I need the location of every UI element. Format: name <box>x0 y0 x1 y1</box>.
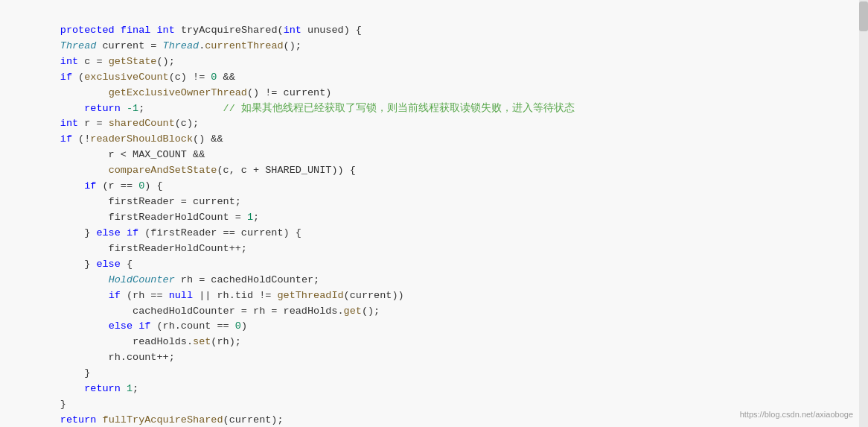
code-line-5: getExclusiveOwnerThread() != current) <box>12 87 331 98</box>
code-line-19: cachedHoldCounter = rh = readHolds.get()… <box>12 306 380 317</box>
code-line-20: else if (rh.count == 0) <box>12 320 247 332</box>
code-container: protected final int tryAcquireShared(int… <box>0 0 868 427</box>
code-line-18: if (rh == null || rh.tid != getThreadId(… <box>12 290 404 301</box>
code-line-21: readHolds.set(rh); <box>12 336 241 347</box>
code-line-26: return fullTryAcquireShared(current); <box>12 414 284 426</box>
code-line-16: } else { <box>12 259 133 270</box>
code-line-24: return 1; <box>12 383 138 394</box>
code-line-7: int r = sharedCount(c); <box>12 118 199 129</box>
code-line-4: if (exclusiveCount(c) != 0 && <box>12 72 235 83</box>
code-line-2: Thread current = Thread.currentThread(); <box>12 40 301 51</box>
code-line-10: compareAndSetState(c, c + SHARED_UNIT)) … <box>12 165 356 176</box>
code-line-6: return -1; // 如果其他线程已经获取了写锁，则当前线程获取读锁失败，… <box>12 103 575 114</box>
code-line-14: } else if (firstReader == current) { <box>12 227 301 238</box>
code-line-9: r < MAX_COUNT && <box>12 149 205 160</box>
code-line-12: firstReader = current; <box>12 196 241 207</box>
code-line-25: } <box>12 399 66 410</box>
watermark: https://blog.csdn.net/axiaoboge <box>740 408 853 421</box>
code-line-1: protected final int tryAcquireShared(int… <box>36 25 362 36</box>
code-line-8: if (!readerShouldBlock() && <box>12 133 223 145</box>
code-line-23: } <box>12 367 90 379</box>
code-line-22: rh.count++; <box>12 352 175 363</box>
code-line-15: firstReaderHoldCount++; <box>12 243 247 254</box>
code-line-17: HoldCounter rh = cachedHoldCounter; <box>12 274 319 285</box>
code-line-13: firstReaderHoldCount = 1; <box>12 212 259 223</box>
scrollbar[interactable] <box>859 0 868 427</box>
code-line-3: int c = getState(); <box>12 56 175 67</box>
code-line-11: if (r == 0) { <box>12 180 163 192</box>
scrollbar-thumb[interactable] <box>859 1 868 31</box>
code-block: protected final int tryAcquireShared(int… <box>12 7 856 427</box>
